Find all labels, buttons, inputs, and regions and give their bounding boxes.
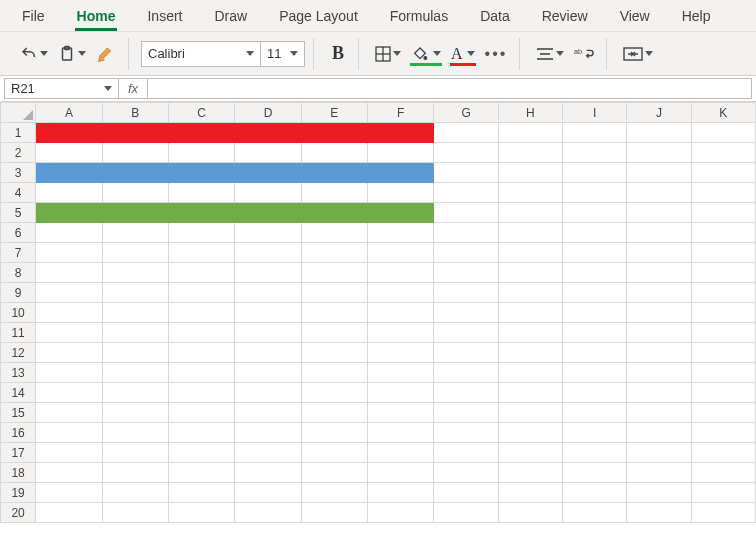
cell[interactable] [691, 123, 755, 143]
align-button[interactable] [532, 41, 568, 67]
cell[interactable] [168, 343, 234, 363]
col-header[interactable]: I [563, 103, 627, 123]
cell[interactable] [235, 443, 301, 463]
cell[interactable] [434, 263, 498, 283]
col-header[interactable]: A [36, 103, 102, 123]
row-header[interactable]: 13 [1, 363, 36, 383]
row-header[interactable]: 6 [1, 223, 36, 243]
cell[interactable] [301, 283, 367, 303]
cell[interactable] [691, 283, 755, 303]
cell[interactable] [498, 303, 562, 323]
cell[interactable] [102, 183, 168, 203]
cell[interactable] [368, 143, 434, 163]
cell[interactable] [498, 263, 562, 283]
cell[interactable] [301, 423, 367, 443]
cell[interactable] [434, 243, 498, 263]
cell[interactable] [368, 483, 434, 503]
cell[interactable] [691, 383, 755, 403]
worksheet-grid[interactable]: A B C D E F G H I J K 123456789101112131… [0, 102, 756, 535]
cell[interactable] [301, 183, 367, 203]
col-header[interactable]: G [434, 103, 498, 123]
row-header[interactable]: 2 [1, 143, 36, 163]
cell[interactable] [102, 363, 168, 383]
cell[interactable] [102, 283, 168, 303]
cell[interactable] [368, 423, 434, 443]
cell[interactable] [434, 483, 498, 503]
cell[interactable] [498, 383, 562, 403]
cell[interactable] [368, 323, 434, 343]
cell[interactable] [301, 163, 367, 183]
cell[interactable] [235, 363, 301, 383]
cell[interactable] [434, 203, 498, 223]
cell[interactable] [368, 283, 434, 303]
cell[interactable] [301, 303, 367, 323]
cell[interactable] [168, 303, 234, 323]
cell[interactable] [168, 443, 234, 463]
cell[interactable] [627, 223, 691, 243]
cell[interactable] [168, 363, 234, 383]
cell[interactable] [368, 223, 434, 243]
cell[interactable] [235, 163, 301, 183]
cell[interactable] [434, 503, 498, 523]
cell[interactable] [368, 203, 434, 223]
cell[interactable] [301, 463, 367, 483]
cell[interactable] [368, 343, 434, 363]
cell[interactable] [102, 243, 168, 263]
cell[interactable] [691, 503, 755, 523]
cell[interactable] [102, 483, 168, 503]
cell[interactable] [691, 203, 755, 223]
cell[interactable] [235, 143, 301, 163]
cell[interactable] [368, 163, 434, 183]
cell[interactable] [168, 243, 234, 263]
row-header[interactable]: 3 [1, 163, 36, 183]
cell[interactable] [434, 383, 498, 403]
wrap-text-button[interactable]: ab [570, 41, 598, 67]
cell[interactable] [36, 203, 102, 223]
cell[interactable] [498, 243, 562, 263]
format-painter-button[interactable] [92, 41, 120, 67]
row-header[interactable]: 1 [1, 123, 36, 143]
col-header[interactable]: H [498, 103, 562, 123]
cell[interactable] [498, 343, 562, 363]
cell[interactable] [498, 283, 562, 303]
menu-view[interactable]: View [604, 2, 666, 30]
menu-draw[interactable]: Draw [198, 2, 263, 30]
font-size-select[interactable]: 11 [261, 41, 305, 67]
menu-review[interactable]: Review [526, 2, 604, 30]
cell[interactable] [301, 383, 367, 403]
cell[interactable] [434, 423, 498, 443]
cell[interactable] [627, 203, 691, 223]
cell[interactable] [563, 463, 627, 483]
cell[interactable] [168, 423, 234, 443]
cell[interactable] [691, 143, 755, 163]
cell[interactable] [301, 123, 367, 143]
cell[interactable] [36, 463, 102, 483]
more-formatting-button[interactable]: ••• [481, 41, 512, 67]
cell[interactable] [102, 463, 168, 483]
cell[interactable] [691, 483, 755, 503]
cell[interactable] [498, 443, 562, 463]
menu-data[interactable]: Data [464, 2, 526, 30]
cell[interactable] [235, 463, 301, 483]
cell[interactable] [301, 483, 367, 503]
cell[interactable] [563, 143, 627, 163]
cell[interactable] [627, 423, 691, 443]
cell[interactable] [102, 123, 168, 143]
cell[interactable] [627, 463, 691, 483]
cell[interactable] [168, 183, 234, 203]
cell[interactable] [36, 263, 102, 283]
cell[interactable] [627, 183, 691, 203]
cell[interactable] [563, 363, 627, 383]
col-header[interactable]: J [627, 103, 691, 123]
cell[interactable] [102, 443, 168, 463]
cell[interactable] [498, 223, 562, 243]
cell[interactable] [36, 383, 102, 403]
cell[interactable] [627, 143, 691, 163]
bold-button[interactable]: B [326, 41, 350, 67]
cell[interactable] [36, 163, 102, 183]
row-header[interactable]: 4 [1, 183, 36, 203]
cell[interactable] [235, 423, 301, 443]
row-header[interactable]: 16 [1, 423, 36, 443]
cell[interactable] [301, 263, 367, 283]
cell[interactable] [36, 123, 102, 143]
